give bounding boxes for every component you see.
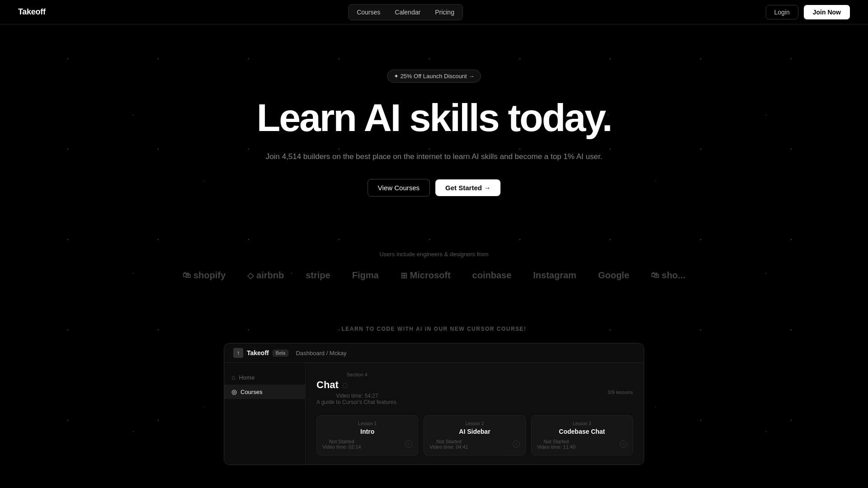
nav-link-pricing[interactable]: Pricing: [429, 6, 461, 18]
beta-badge: Beta: [273, 350, 289, 357]
home-icon: ⌂: [231, 374, 235, 381]
lesson-2-check-icon: ○: [513, 441, 520, 448]
section-meta: Section 4 Chat ◌ Video time: 54:27 A gui…: [316, 372, 633, 413]
lesson-3-status: Not Started: [537, 439, 576, 444]
lesson-1-num: Lesson 1: [322, 421, 412, 426]
view-courses-button[interactable]: View Courses: [368, 179, 430, 197]
shopify-icon: 🛍: [183, 271, 191, 280]
logo-shopify2: 🛍 sho...: [651, 270, 685, 281]
lesson-3-time: Video time: 11:40: [537, 444, 576, 450]
figma-text: Figma: [352, 270, 379, 281]
logo-figma: Figma: [352, 270, 379, 281]
lesson-2-title: AI Sidebar: [429, 428, 519, 435]
lesson-1-check-icon: ○: [405, 441, 412, 448]
lesson-3-meta: Not Started Video time: 11:40: [537, 439, 576, 450]
lesson-2-num: Lesson 2: [429, 421, 519, 426]
lesson-3-footer: Not Started Video time: 11:40 ○: [537, 439, 627, 450]
airbnb-text: airbnb: [256, 270, 284, 281]
shopify2-text: sho...: [662, 270, 685, 281]
sidebar-item-home[interactable]: ⌂ Home: [224, 370, 305, 385]
nav-link-courses[interactable]: Courses: [350, 6, 387, 18]
logos-section: Users include engineers & designers from…: [0, 233, 868, 308]
lesson-3-title: Codebase Chat: [537, 428, 627, 435]
nav-link-calendar[interactable]: Calendar: [388, 6, 427, 18]
nav-logo: Takeoff: [18, 7, 46, 17]
logo-microsoft: ⊞ Microsoft: [401, 270, 451, 281]
navbar: Takeoff Courses Calendar Pricing Login J…: [0, 0, 868, 24]
hero-subtext: Join 4,514 builders on the best place on…: [9, 150, 859, 163]
lesson-1-footer: Not Started Video time: 02:14 ○: [322, 439, 412, 450]
main-content: ✦ 25% Off Launch Discount → Learn AI ski…: [0, 0, 868, 465]
microsoft-icon: ⊞: [401, 271, 407, 281]
coinbase-text: coinbase: [472, 270, 512, 281]
logo-coinbase: coinbase: [472, 270, 512, 281]
section-description: A guide to Cursor's Chat features.: [316, 399, 398, 405]
sidebar-item-courses[interactable]: ◎ Courses: [224, 385, 305, 399]
hero-buttons: View Courses Get Started →: [9, 179, 859, 197]
dashboard-content: Section 4 Chat ◌ Video time: 54:27 A gui…: [306, 363, 644, 465]
lesson-1-time: Video time: 02:14: [322, 444, 361, 450]
section-title: Chat: [316, 379, 339, 391]
cursor-course-label: LEARN TO CODE WITH AI IN OUR NEW CURSOR …: [9, 326, 859, 332]
dashboard-logo-icon: ↑: [233, 348, 243, 358]
dashboard-logo-text: Takeoff: [247, 349, 269, 357]
airbnb-icon: ◇: [247, 271, 254, 281]
sidebar-home-label: Home: [239, 374, 255, 381]
loading-spinner: ◌: [342, 381, 348, 389]
cursor-course-section: LEARN TO CODE WITH AI IN OUR NEW CURSOR …: [0, 308, 868, 465]
section-title-row: Chat ◌: [316, 379, 398, 391]
join-now-button[interactable]: Join Now: [804, 5, 850, 19]
lesson-3-check-icon: ○: [620, 441, 627, 448]
stripe-text: stripe: [306, 270, 330, 281]
courses-icon: ◎: [231, 388, 237, 395]
sidebar-courses-label: Courses: [241, 389, 262, 395]
nav-actions: Login Join Now: [766, 5, 850, 19]
nav-links: Courses Calendar Pricing: [348, 4, 463, 20]
instagram-text: Instagram: [533, 270, 576, 281]
logos-label: Users include engineers & designers from: [9, 251, 859, 258]
logo-instagram: Instagram: [533, 270, 576, 281]
lesson-2-time: Video time: 04:41: [429, 444, 468, 450]
lesson-card-2[interactable]: Lesson 2 AI Sidebar Not Started Video ti…: [424, 415, 525, 455]
login-button[interactable]: Login: [766, 5, 798, 19]
video-time: Video time: 54:27: [316, 393, 398, 399]
lesson-2-status: Not Started: [429, 439, 468, 444]
breadcrumb-text: Dashboard / Mckay: [296, 350, 346, 357]
google-text: Google: [598, 270, 629, 281]
lesson-card-1[interactable]: Lesson 1 Intro Not Started Video time: 0…: [316, 415, 418, 455]
dashboard-body: ⌂ Home ◎ Courses Section 4 Chat: [224, 363, 644, 465]
lessons-grid: Lesson 1 Intro Not Started Video time: 0…: [316, 415, 633, 455]
dashboard-preview: ↑ Takeoff Beta Dashboard / Mckay ⌂ Home: [224, 343, 644, 465]
discount-badge[interactable]: ✦ 25% Off Launch Discount →: [387, 70, 481, 83]
logos-row: 🛍 shopify ◇ airbnb stripe Figma ⊞ Micros…: [9, 270, 859, 281]
section-label: Section 4: [316, 372, 398, 377]
badge-text: ✦ 25% Off Launch Discount →: [394, 73, 474, 80]
lesson-1-meta: Not Started Video time: 02:14: [322, 439, 361, 450]
lesson-2-meta: Not Started Video time: 04:41: [429, 439, 468, 450]
dashboard-logo: ↑ Takeoff Beta: [233, 348, 288, 358]
hero-headline: Learn AI skills today.: [9, 97, 859, 138]
dashboard-sidebar: ⌂ Home ◎ Courses: [224, 363, 306, 465]
logo-google: Google: [598, 270, 629, 281]
lessons-count: 0/9 lessons: [608, 389, 633, 395]
logo-stripe: stripe: [306, 270, 330, 281]
lesson-1-status: Not Started: [322, 439, 361, 444]
logo-shopify: 🛍 shopify: [183, 270, 226, 281]
breadcrumb: Dashboard / Mckay: [296, 350, 346, 357]
get-started-button[interactable]: Get Started →: [435, 179, 500, 196]
shopify2-icon: 🛍: [651, 271, 659, 280]
section-info: Section 4 Chat ◌ Video time: 54:27 A gui…: [316, 372, 398, 413]
lesson-1-title: Intro: [322, 428, 412, 435]
logo-airbnb: ◇ airbnb: [247, 270, 284, 281]
dashboard-topbar: ↑ Takeoff Beta Dashboard / Mckay: [224, 343, 644, 363]
lesson-2-footer: Not Started Video time: 04:41 ○: [429, 439, 519, 450]
lesson-card-3[interactable]: Lesson 3 Codebase Chat Not Started Video…: [531, 415, 633, 455]
lesson-3-num: Lesson 3: [537, 421, 627, 426]
shopify-text: shopify: [193, 270, 226, 281]
microsoft-text: Microsoft: [410, 270, 451, 281]
hero-section: ✦ 25% Off Launch Discount → Learn AI ski…: [0, 24, 868, 233]
